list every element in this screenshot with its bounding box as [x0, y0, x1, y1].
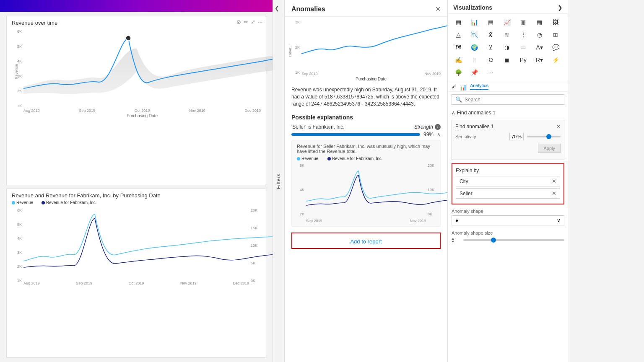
legend-dot-fabrikam [42, 201, 45, 204]
possible-explanations: Possible explanations 'Seller' is Fabrik… [285, 111, 447, 230]
viz-icon-stacked-col[interactable]: ▥ [517, 16, 530, 28]
anomaly-size-label: Anomaly shape size [452, 230, 564, 235]
explanation-detail: Revenue for Seller Fabrikam, Inc. was un… [291, 140, 441, 227]
anomaly-shape-value: ● [455, 217, 458, 223]
edit-icon[interactable]: ✏ [244, 19, 248, 25]
viz-icon-image[interactable]: 🖼 [549, 16, 562, 28]
search-box[interactable]: 🔍 [452, 94, 564, 105]
explain-tag-seller-close[interactable]: ✕ [552, 190, 556, 197]
strength-bar-row: 99% ∧ [291, 132, 441, 137]
sensitivity-unit: % [517, 134, 522, 139]
viz-icon-table[interactable]: ▤ [484, 16, 497, 28]
chart2-x-axis: Aug 2019 Sep 2019 Oct 2019 Nov 2019 Dec … [23, 281, 249, 285]
viz-icon-py[interactable]: Py [517, 54, 530, 66]
sensitivity-slider[interactable] [527, 136, 561, 137]
chart1-svg [23, 28, 261, 107]
anomaly-shape-section: Anomaly shape ● ∨ [448, 206, 568, 228]
viz-icon-area[interactable]: △ [452, 29, 465, 41]
top-bar [0, 0, 273, 12]
viz-icon-treemap[interactable]: ⊞ [549, 29, 562, 41]
viz-icon-gauge[interactable]: ◑ [500, 41, 514, 53]
viz-icon-map[interactable]: 🗺 [452, 41, 465, 53]
viz-icon-power-automate[interactable]: ⚡ [549, 54, 562, 66]
explain-tag-city: City ✕ [456, 176, 560, 186]
expand-explanation-icon[interactable]: ∧ [437, 132, 441, 137]
search-input[interactable] [465, 97, 561, 103]
chart2-container: Revenue and Revenue for Fabrikam, Inc. b… [6, 189, 266, 358]
middle-panel: Anomalies ✕ 3K 2K 1K Reve... Sep 2019 No… [284, 0, 448, 362]
viz-icon-bar-chart[interactable]: 📊 [468, 16, 481, 28]
explanation-header: 'Seller' is Fabrikam, Inc. Strength i [291, 124, 441, 130]
mini-chart-svg [301, 20, 441, 70]
sensitivity-thumb[interactable] [546, 134, 551, 139]
expand-icon[interactable]: ⤢ [251, 19, 255, 25]
analytics-tab[interactable]: Analytics [470, 83, 488, 91]
viz-icon-shape[interactable]: ◼ [500, 54, 514, 66]
viz-icon-line-bar[interactable]: 📈 [500, 16, 514, 28]
format-tab[interactable]: 🖌 [452, 83, 456, 91]
anomaly-size-thumb[interactable] [491, 238, 496, 243]
find-anomalies-header[interactable]: ∧ Find anomalies 1 [448, 107, 568, 118]
filters-tab[interactable]: ❮ Filters [273, 0, 284, 362]
viz-icon-card[interactable]: ▭ [517, 41, 530, 53]
collapse-left-icon[interactable]: ❮ [275, 5, 279, 11]
viz-icon-smart-narrative[interactable]: ✍ [452, 54, 465, 66]
anomaly-size-value: 5 [452, 237, 460, 243]
viz-icon-waterfall[interactable]: ≋ [500, 29, 514, 41]
chart1-y-label: Revenue [14, 64, 18, 79]
anomalies-header: Anomalies ✕ [285, 0, 447, 17]
chart2-y-axis-right: 20K 15K 10K 5K 0K [249, 207, 261, 290]
add-to-report-button[interactable]: Add to report [299, 235, 433, 248]
strength-info-icon[interactable]: i [435, 124, 441, 130]
find-anomalies-card-title: Find anomalies 1 [455, 124, 493, 129]
legend-dot-revenue [12, 201, 15, 204]
filters-label: Filters [276, 173, 281, 189]
viz-icon-key-influencers[interactable]: 📌 [468, 67, 481, 78]
detail-text: Revenue for Seller Fabrikam, Inc. was un… [297, 144, 435, 154]
viz-icon-scatter[interactable]: ⋮ [517, 29, 530, 41]
anomaly-shape-select[interactable]: ● ∨ [452, 215, 564, 225]
filter-icon[interactable]: ⊘ [236, 19, 241, 25]
anomalies-close-button[interactable]: ✕ [435, 5, 441, 13]
anomalies-mini-chart: 3K 2K 1K Reve... Sep 2019 Nov 2019 Purch… [285, 17, 447, 83]
chart1-x-axis: Aug 2019 Sep 2019 Oct 2019 Nov 2019 Dec … [23, 109, 261, 113]
anomaly-shape-label: Anomaly shape [452, 209, 564, 214]
anomaly-size-slider[interactable] [463, 239, 564, 241]
viz-icon-filled-map[interactable]: 🌍 [468, 41, 481, 53]
viz-icons-grid: ▦ 📊 ▤ 📈 ▥ ▦ 🖼 △ 📉 🎗 ≋ ⋮ ◔ ⊞ 🗺 🌍 ⊻ ◑ ▭ A▾… [448, 14, 568, 81]
chart2-legend: Revenue Revenue for Fabrikam, Inc. [12, 200, 261, 205]
collapse-right-icon[interactable]: ❯ [558, 4, 563, 11]
explain-tag-city-close[interactable]: ✕ [552, 178, 556, 184]
viz-icon-pie[interactable]: ◔ [533, 29, 546, 41]
find-anomalies-label: ∧ Find anomalies 1 [452, 110, 496, 116]
viz-icon-clustered-bar[interactable]: ▦ [533, 16, 546, 28]
explain-tag-seller-label: Seller [460, 191, 473, 197]
right-title: Visualizations [453, 4, 492, 11]
explain-tag-city-label: City [460, 178, 468, 184]
sensitivity-number: 70 [512, 134, 517, 139]
apply-button[interactable]: Apply [538, 144, 561, 153]
viz-icon-line[interactable]: 📉 [468, 29, 481, 41]
sensitivity-row: Sensitivity 70 % [455, 133, 561, 140]
viz-icon-decomp-tree[interactable]: 🌳 [452, 67, 465, 78]
viz-icon-kpi[interactable]: ≡ [468, 54, 481, 66]
chart1-icons[interactable]: ⊘ ✏ ⤢ ··· [236, 19, 262, 25]
anomaly-shape-chevron: ∨ [557, 217, 561, 223]
viz-icon-qna[interactable]: 💬 [549, 41, 562, 53]
viz-tab[interactable]: 📊 [460, 83, 467, 91]
more-icon[interactable]: ··· [258, 19, 262, 25]
add-to-report-container[interactable]: Add to report [291, 233, 441, 249]
viz-icon-ribbon[interactable]: 🎗 [484, 29, 497, 41]
viz-icon-slicer[interactable]: Ω [484, 54, 497, 66]
chart1-x-label: Purchasing Date [23, 114, 261, 118]
viz-icon-custom[interactable]: ··· [484, 67, 497, 78]
find-anomalies-card-close[interactable]: ✕ [556, 124, 561, 129]
viz-icon-text[interactable]: A▾ [533, 41, 546, 53]
anomaly-description: Revenue was unexpectedly high on Saturda… [285, 83, 447, 111]
viz-icon-stacked-bar[interactable]: ▦ [452, 16, 465, 28]
svg-point-0 [126, 36, 131, 41]
viz-icon-r[interactable]: R▾ [533, 54, 546, 66]
strength-bar [291, 133, 420, 136]
find-anomalies-card: Find anomalies 1 ✕ Sensitivity 70 % Appl… [452, 120, 564, 160]
viz-icon-funnel[interactable]: ⊻ [484, 41, 497, 53]
